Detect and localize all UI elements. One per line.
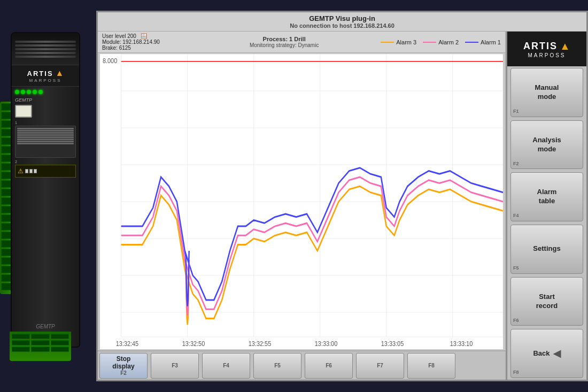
device-triangle-icon: ▲	[56, 68, 64, 78]
back-fkey: F8	[513, 370, 519, 376]
device-body: ARTIS ▲ MARPOSS GEMTP 1	[11, 32, 80, 348]
marposs-logo-text: MARPOSS	[528, 52, 566, 58]
process-info-center: Process: 1 Drill Monitoring strategy: Dy…	[188, 36, 381, 48]
windows-icon: 🪟	[141, 33, 147, 39]
back-arrow-icon: ◀	[553, 348, 561, 360]
f8-key: F8	[428, 363, 435, 368]
device-fins	[15, 39, 75, 60]
toolbar-btn-f8[interactable]: F8	[407, 353, 455, 379]
chart-panel: User level 200 🪟 Module: 192.168.214.90 …	[98, 32, 506, 380]
svg-text:13:33:10: 13:33:10	[450, 340, 473, 348]
f3-key: F3	[172, 363, 178, 368]
warning-icon: ⚠	[18, 167, 24, 175]
process-label: Process: 1 Drill	[263, 36, 306, 42]
toolbar-btn-f7[interactable]: F7	[356, 353, 404, 379]
psu-pin	[34, 169, 37, 173]
connector-label-b: 2	[15, 160, 76, 164]
device-logo: ARTIS ▲ MARPOSS	[12, 65, 79, 87]
device-artis-label: ARTIS	[27, 70, 53, 78]
main-screen: GEMTP Visu plug-in No connection to host…	[96, 11, 588, 381]
alarm1-legend-label: Alarm 1	[481, 39, 501, 45]
device-middle: GEMTP 1 2	[12, 87, 79, 184]
legend-alarm1: Alarm 1	[465, 39, 501, 45]
psu-pin	[25, 169, 28, 173]
artis-triangle-icon: ▲	[560, 40, 570, 52]
back-button[interactable]: Back ◀ F8	[510, 329, 583, 378]
toolbar-btn-f3[interactable]: F3	[151, 353, 199, 379]
alarm2-legend-label: Alarm 2	[438, 39, 459, 45]
f7-key: F7	[377, 363, 383, 368]
alarm-table-label: Alarmtable	[537, 188, 557, 206]
conn-pin	[17, 128, 74, 129]
svg-text:13:32:45: 13:32:45	[116, 340, 139, 348]
alarm2-line-sample	[423, 42, 436, 43]
app-title: GEMTP Visu plug-in	[309, 14, 375, 22]
device-hardware: ARTIS ▲ MARPOSS GEMTP 1	[0, 32, 118, 364]
start-record-button[interactable]: Startrecord F6	[510, 277, 583, 326]
device-fin	[15, 41, 75, 43]
conn-pin	[17, 130, 74, 132]
manual-mode-label: Manualmode	[535, 83, 559, 102]
f5-key: F5	[274, 363, 281, 368]
status-light-green	[38, 90, 43, 94]
sidebar-logo: ARTIS ▲ MARPOSS	[507, 32, 586, 66]
analysis-mode-fkey: F2	[513, 161, 519, 167]
device-top	[12, 33, 79, 65]
artis-logo-text: ARTIS	[523, 41, 558, 52]
status-light-green	[33, 90, 37, 94]
ethernet-port	[15, 105, 32, 118]
manual-mode-button[interactable]: Manualmode F1	[510, 68, 583, 117]
conn-pin	[17, 141, 74, 142]
svg-text:13:33:00: 13:33:00	[315, 340, 338, 348]
psu-pins	[25, 169, 37, 173]
chart-legend: Alarm 3 Alarm 2 Alarm 1	[381, 39, 501, 45]
device-bottom-model-label: GEMTP	[36, 324, 55, 329]
logo-row: ARTIS ▲	[523, 40, 570, 52]
toolbar-btn-f4[interactable]: F4	[202, 353, 250, 379]
alarm1-line-sample	[465, 42, 478, 43]
alarm-table-button[interactable]: Alarmtable F4	[510, 172, 583, 221]
terminal-slot	[31, 347, 49, 352]
terminal-block-bottom	[10, 332, 71, 361]
device-marposs-label: MARPOSS	[29, 78, 61, 83]
back-label: Back	[533, 349, 550, 358]
device-fin	[15, 52, 75, 54]
svg-text:13:32:50: 13:32:50	[182, 340, 205, 348]
title-bar: GEMTP Visu plug-in No connection to host…	[98, 12, 586, 32]
right-sidebar: ARTIS ▲ MARPOSS Manualmode F1 Analysismo…	[506, 32, 586, 380]
device-bottom-label-area: GEMTP	[12, 321, 79, 330]
settings-fkey: F5	[513, 265, 519, 272]
chart-svg: 8.000 13:32:45 13:32:50 13:32:55 13:33:0…	[100, 54, 503, 349]
terminal-slot	[51, 340, 69, 345]
gemtp-label-row: GEMTP	[15, 97, 76, 103]
svg-text:13:32:55: 13:32:55	[249, 340, 272, 348]
terminal-slot	[31, 334, 49, 339]
toolbar-btn-f5[interactable]: F5	[253, 353, 301, 379]
terminal-slot	[12, 334, 30, 339]
conn-pin	[17, 134, 74, 136]
status-lights	[15, 90, 76, 94]
f4-key: F4	[223, 363, 229, 368]
device-fin	[15, 56, 75, 58]
device-fin	[15, 48, 75, 50]
settings-button[interactable]: Settings F5	[510, 225, 583, 274]
conn-pin	[17, 143, 74, 144]
settings-label: Settings	[533, 244, 560, 253]
terminal-col	[31, 334, 49, 359]
alarm-table-fkey: F4	[513, 213, 519, 219]
terminal-col	[51, 334, 69, 359]
toolbar-btn-f6[interactable]: F6	[305, 353, 353, 379]
conn-pin	[17, 132, 74, 134]
psu-row	[25, 169, 37, 173]
warning-section: ⚠	[15, 165, 76, 178]
analysis-mode-button[interactable]: Analysismode F2	[510, 120, 583, 170]
stop-display-fkey: F2	[120, 370, 127, 376]
device-fin	[15, 44, 75, 47]
legend-alarm2: Alarm 2	[423, 39, 459, 45]
connector-labels: 1 2 ⚠	[15, 121, 76, 178]
status-light-green	[15, 90, 19, 94]
status-light-green	[21, 90, 25, 94]
chart-area: 8.000 13:32:45 13:32:50 13:32:55 13:33:0…	[100, 54, 503, 349]
terminal-slot	[12, 340, 30, 345]
bottom-toolbar: Stopdisplay F2 F3 F4 F5 F6 F7	[98, 350, 505, 380]
